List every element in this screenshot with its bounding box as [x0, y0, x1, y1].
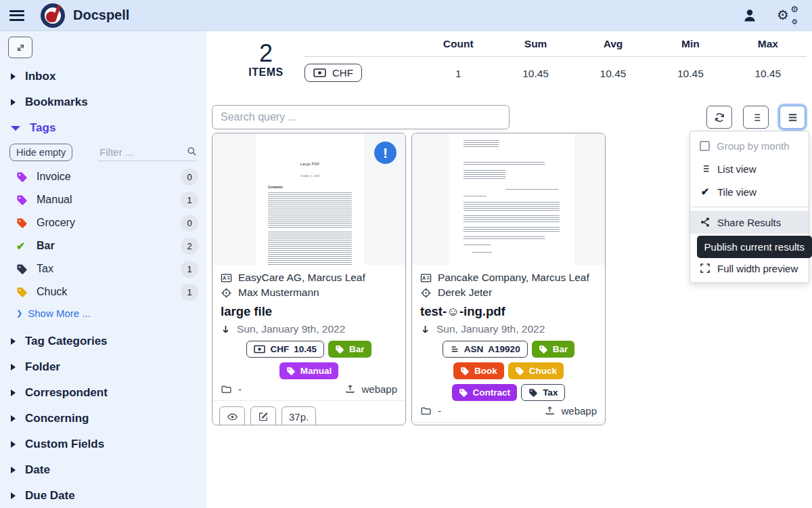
tag-filter-input[interactable]: [98, 144, 197, 161]
caret-right-icon: [11, 467, 16, 473]
preview-text-lines: [268, 192, 352, 228]
tag-row-tax[interactable]: Tax 1: [0, 257, 206, 280]
item-date: Sun, January 9th, 2022: [237, 323, 345, 335]
item-card[interactable]: Pancake Company, Marcus Leaf Derek Jeter…: [411, 133, 606, 425]
tag-count-badge: 1: [181, 192, 198, 209]
tag-icon: [335, 345, 344, 354]
tag-row-bar-selected[interactable]: ✔ Bar 2: [0, 234, 206, 257]
sidebar-item-due-date[interactable]: Due Date: [0, 483, 206, 508]
tag-icon: [16, 194, 28, 206]
docspell-logo: [41, 3, 65, 28]
tag-row-grocery[interactable]: Grocery 0: [0, 211, 206, 234]
item-title[interactable]: large file: [221, 304, 397, 319]
sidebar-item-date[interactable]: Date: [0, 457, 206, 483]
settings-gears-icon[interactable]: ⚙⚙⚙: [777, 7, 797, 24]
item-cards: ! Large PDF October 1, 2020 Contents: [212, 133, 606, 425]
sidebar-item-folder[interactable]: Folder: [0, 354, 206, 380]
menu-item-label: Group by month: [717, 140, 790, 152]
caret-right-icon: [11, 492, 16, 499]
caret-down-icon: [11, 126, 20, 131]
folder-icon: [420, 405, 432, 417]
expand-diagonal-icon: [16, 43, 26, 53]
preview-text-lines: [464, 245, 491, 247]
preview-text-lines: [464, 162, 545, 165]
money-currency: CHF: [270, 344, 289, 354]
sidebar-item-concerning[interactable]: Concerning: [0, 406, 206, 431]
card-footer: - webapp: [221, 379, 397, 400]
show-more-link[interactable]: ❯ Show More ...: [0, 303, 206, 323]
refresh-button[interactable]: [706, 106, 732, 129]
caret-right-icon: [11, 73, 16, 80]
tag-badge[interactable]: Bar: [328, 341, 371, 358]
hamburger-menu-icon[interactable]: [9, 10, 24, 21]
publish-tooltip: Publish current results: [697, 236, 812, 258]
selection-mode-button[interactable]: [743, 106, 769, 129]
asn-label: ASN: [464, 344, 484, 354]
preview-eye-button[interactable]: [219, 406, 245, 425]
exclamation-circle-icon: !: [374, 142, 397, 164]
preview-text-lines: [464, 170, 505, 180]
item-preview[interactable]: [412, 133, 605, 265]
menu-divider: [690, 207, 809, 207]
menu-item-group-by-month[interactable]: Group by month: [690, 134, 809, 157]
menu-bars-icon: [787, 112, 798, 123]
money-bill-icon: [254, 345, 265, 354]
folder-value: -: [238, 383, 242, 395]
crosshair-icon: [221, 287, 232, 299]
menu-item-share-results[interactable]: Share Results: [690, 211, 809, 234]
preview-doc-heading: Contents: [268, 185, 352, 189]
sidebar-item-custom-fields[interactable]: Custom Fields: [0, 431, 206, 457]
eye-icon: [227, 411, 238, 423]
collapse-sidebar-button[interactable]: [8, 37, 32, 58]
item-card[interactable]: ! Large PDF October 1, 2020 Contents: [212, 133, 406, 425]
sidebar-item-bookmarks[interactable]: Bookmarks: [0, 89, 206, 115]
correspondent-name: Pancake Company, Marcus Leaf: [438, 272, 589, 284]
tag-name: Bar: [37, 240, 55, 252]
tag-name: Manual: [37, 194, 72, 206]
view-menu-button[interactable]: [780, 106, 805, 129]
tag-badge-outline[interactable]: Tax: [521, 384, 565, 401]
preview-text-lines: [472, 252, 492, 254]
menu-item-tile-view[interactable]: ✔ Tile view: [690, 180, 809, 203]
stats-col-avg: Avg: [574, 38, 652, 50]
tag-badge[interactable]: Bar: [532, 341, 575, 358]
items-count-label: ITEMS: [239, 66, 293, 79]
preview-text-lines: [464, 196, 487, 198]
sidebar-item-correspondent[interactable]: Correspondent: [0, 380, 206, 406]
sidebar-item-label: Tags: [30, 121, 55, 135]
sidebar-item-label: Due Date: [25, 489, 75, 503]
stats-value-avg: 10.45: [574, 64, 652, 82]
page-count-badge: 37p.: [281, 406, 316, 425]
hide-empty-button[interactable]: Hide empty: [9, 144, 72, 161]
tag-badge-label: Manual: [300, 366, 332, 376]
address-card-icon: [420, 272, 432, 284]
tag-row-invoice[interactable]: Invoice 0: [0, 165, 206, 188]
concerning-name: Derek Jeter: [438, 287, 492, 299]
item-title[interactable]: test-☺-ing.pdf: [420, 304, 597, 319]
sidebar-item-label: Folder: [25, 360, 60, 374]
sidebar-item-tag-categories[interactable]: Tag Categories: [0, 329, 206, 354]
tag-badge[interactable]: Book: [453, 362, 504, 379]
tag-badge[interactable]: Contract: [452, 384, 518, 401]
edit-pen-icon: [258, 411, 269, 422]
sidebar-item-tags[interactable]: Tags: [0, 115, 206, 141]
caret-right-icon: [11, 338, 16, 345]
tag-row-chuck[interactable]: Chuck 1: [0, 280, 206, 303]
search-input[interactable]: [212, 105, 510, 129]
upload-icon: [544, 405, 556, 417]
top-navbar: Docspell ⚙⚙⚙: [0, 0, 812, 31]
tag-badge-label: Bar: [349, 344, 365, 354]
user-icon[interactable]: [742, 7, 758, 24]
view-menu-dropdown: Group by month List view ✔ Tile view Sha…: [690, 131, 809, 283]
menu-item-label: List view: [717, 163, 757, 175]
sidebar-item-label: Inbox: [25, 70, 55, 83]
sidebar-item-inbox[interactable]: Inbox: [0, 64, 206, 89]
tag-badge[interactable]: Manual: [279, 362, 339, 379]
list-icon: [750, 112, 762, 123]
tag-row-manual[interactable]: Manual 1: [0, 188, 206, 211]
item-preview[interactable]: ! Large PDF October 1, 2020 Contents: [212, 133, 405, 265]
tag-badge[interactable]: Chuck: [508, 362, 564, 379]
menu-item-list-view[interactable]: List view: [690, 157, 809, 180]
edit-button[interactable]: [250, 406, 276, 425]
menu-item-full-width-preview[interactable]: Full width preview: [690, 257, 809, 280]
